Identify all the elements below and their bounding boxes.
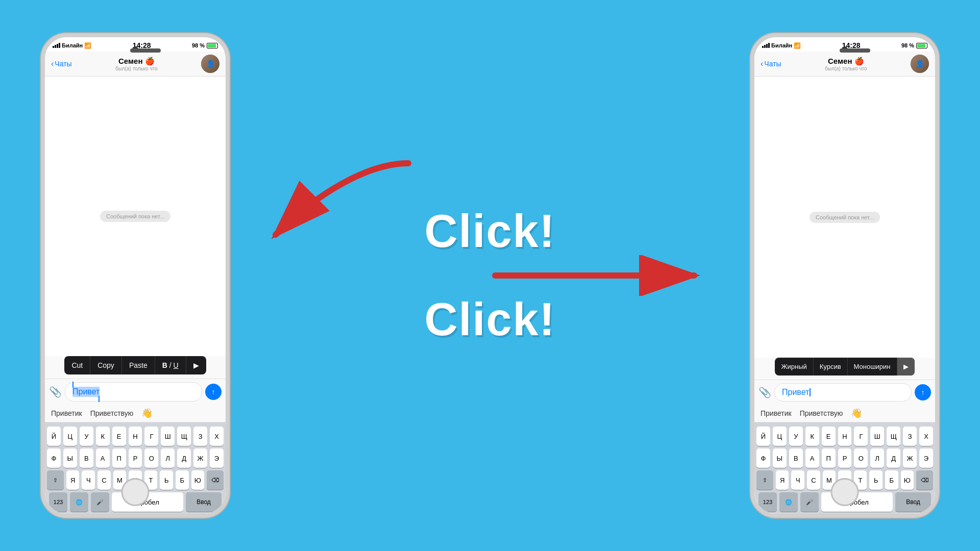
attach-button-left[interactable]: 📎 — [49, 386, 62, 398]
bold-italic-underline-button[interactable]: B / U — [155, 356, 186, 374]
key-х[interactable]: Х — [210, 427, 224, 446]
key-ы-r[interactable]: Ы — [773, 448, 787, 468]
key-ж-r[interactable]: Ж — [903, 448, 917, 468]
italic-format-button[interactable]: Курсив — [814, 358, 848, 375]
key-я[interactable]: Я — [66, 470, 80, 490]
autocomplete-1-left[interactable]: Приветик — [51, 409, 82, 417]
key-б-r[interactable]: Б — [885, 470, 898, 490]
key-ж[interactable]: Ж — [193, 448, 207, 468]
back-button-left[interactable]: ‹ Чаты — [51, 59, 72, 68]
backspace-key-left[interactable]: ⌫ — [207, 470, 224, 490]
globe-key-right[interactable]: 🌐 — [779, 492, 798, 512]
key-ь[interactable]: Ь — [160, 470, 173, 490]
key-ц-r[interactable]: Ц — [773, 427, 787, 446]
key-с-r[interactable]: С — [807, 470, 820, 490]
more-options-button-left[interactable]: ▶ — [186, 356, 206, 374]
key-ч-r[interactable]: Ч — [791, 470, 804, 490]
key-х-r[interactable]: Х — [919, 427, 933, 446]
return-key-left[interactable]: Ввод — [186, 492, 222, 512]
attach-button-right[interactable]: 📎 — [758, 386, 771, 398]
globe-key-left[interactable]: 🌐 — [70, 492, 88, 512]
autocomplete-2-left[interactable]: Приветствую — [90, 409, 134, 417]
key-щ-r[interactable]: Щ — [887, 427, 900, 446]
key-ш-r[interactable]: Ш — [870, 427, 884, 446]
key-ф-r[interactable]: Ф — [756, 448, 770, 468]
key-ь-r[interactable]: Ь — [869, 470, 883, 490]
autocomplete-emoji-right[interactable]: 👋 — [851, 408, 862, 419]
text-input-right[interactable]: Привет — [774, 383, 912, 402]
more-options-button-right[interactable]: ▶ — [897, 358, 915, 375]
key-л-r[interactable]: Л — [870, 448, 884, 468]
home-button-right[interactable] — [831, 478, 859, 506]
key-р-r[interactable]: Р — [838, 448, 852, 468]
text-input-left[interactable]: Привет — [65, 382, 202, 402]
shift-key-right[interactable]: ⇧ — [756, 470, 773, 490]
key-в[interactable]: В — [80, 448, 93, 468]
key-э-r[interactable]: Э — [919, 448, 933, 468]
key-б[interactable]: Б — [176, 470, 189, 490]
send-button-left[interactable]: ↑ — [205, 384, 222, 400]
key-к-r[interactable]: К — [805, 427, 819, 446]
nav-avatar-left[interactable]: 👤 — [201, 55, 219, 73]
key-я-r[interactable]: Я — [776, 470, 789, 490]
key-й-r[interactable]: Й — [756, 427, 770, 446]
key-л[interactable]: Л — [161, 448, 175, 468]
key-п-r[interactable]: П — [822, 448, 836, 468]
key-у[interactable]: У — [80, 427, 93, 446]
input-value-left: Привет — [72, 387, 100, 396]
autocomplete-1-right[interactable]: Приветик — [761, 409, 792, 417]
key-п[interactable]: П — [112, 448, 126, 468]
copy-button[interactable]: Copy — [90, 356, 122, 374]
key-ы[interactable]: Ы — [63, 448, 77, 468]
key-о[interactable]: О — [144, 448, 158, 468]
mic-key-left[interactable]: 🎤 — [91, 492, 109, 512]
key-к[interactable]: К — [96, 427, 110, 446]
key-д-r[interactable]: Д — [887, 448, 900, 468]
key-з[interactable]: З — [193, 427, 207, 446]
key-з-r[interactable]: З — [903, 427, 917, 446]
key-н[interactable]: Н — [129, 427, 142, 446]
key-й[interactable]: Й — [47, 427, 61, 446]
key-ц[interactable]: Ц — [63, 427, 77, 446]
nav-bar-right: ‹ Чаты Семен 🍎 был(а) только что 👤 — [754, 52, 935, 77]
send-button-right[interactable]: ↑ — [915, 384, 931, 400]
key-а[interactable]: А — [96, 448, 110, 468]
paste-button[interactable]: Paste — [122, 356, 155, 374]
backspace-key-right[interactable]: ⌫ — [916, 470, 933, 490]
key-ш[interactable]: Ш — [161, 427, 175, 446]
key-е[interactable]: Е — [112, 427, 126, 446]
nav-avatar-right[interactable]: 👤 — [911, 55, 929, 73]
key-е-r[interactable]: Е — [822, 427, 836, 446]
mic-key-right[interactable]: 🎤 — [800, 492, 819, 512]
autocomplete-2-right[interactable]: Приветствую — [800, 409, 843, 417]
mono-format-button[interactable]: Моноширин — [848, 358, 897, 375]
key-с[interactable]: С — [97, 470, 111, 490]
key-э[interactable]: Э — [210, 448, 224, 468]
key-щ[interactable]: Щ — [177, 427, 191, 446]
key-ю-r[interactable]: Ю — [901, 470, 914, 490]
key-н-r[interactable]: Н — [838, 427, 852, 446]
return-key-right[interactable]: Ввод — [895, 492, 931, 512]
shift-key-left[interactable]: ⇧ — [47, 470, 64, 490]
numbers-key-left[interactable]: 123 — [49, 492, 67, 512]
back-button-right[interactable]: ‹ Чаты — [761, 59, 781, 68]
cut-button[interactable]: Cut — [64, 356, 90, 374]
key-о-r[interactable]: О — [854, 448, 868, 468]
bold-format-button[interactable]: Жирный — [775, 358, 813, 375]
key-р[interactable]: Р — [129, 448, 142, 468]
key-ч[interactable]: Ч — [82, 470, 95, 490]
back-label-left: Чаты — [55, 60, 71, 68]
key-у-r[interactable]: У — [789, 427, 803, 446]
key-ю[interactable]: Ю — [191, 470, 205, 490]
key-в-r[interactable]: В — [789, 448, 803, 468]
key-д[interactable]: Д — [177, 448, 191, 468]
wifi-left: 📶 — [84, 42, 91, 49]
key-ф[interactable]: Ф — [47, 448, 61, 468]
no-messages-left: Сообщений пока нет... — [100, 211, 170, 222]
autocomplete-emoji-left[interactable]: 👋 — [141, 408, 153, 419]
key-а-r[interactable]: А — [805, 448, 819, 468]
key-г[interactable]: Г — [144, 427, 158, 446]
home-button-left[interactable] — [121, 478, 150, 506]
numbers-key-right[interactable]: 123 — [758, 492, 777, 512]
key-г-r[interactable]: Г — [854, 427, 868, 446]
